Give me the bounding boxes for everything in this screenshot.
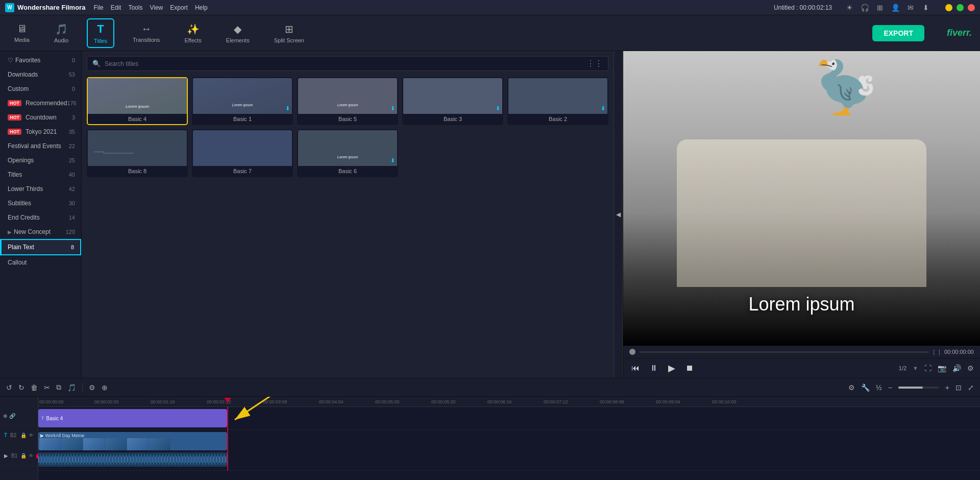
ruler-mark-6: 00:00:05:00 (375, 399, 400, 404)
delete-tool[interactable]: 🗑 (31, 383, 38, 392)
effects-icon: ✨ (187, 23, 200, 35)
menu-export[interactable]: Export (170, 4, 188, 11)
menu-tools[interactable]: Tools (128, 4, 142, 11)
title-thumb-basic1: Lorem ipsum ⬇ (193, 78, 292, 114)
minimize-button[interactable] (945, 4, 952, 11)
play-button[interactable]: ▶ (666, 362, 677, 375)
vid-thumb-5-bg (127, 438, 149, 450)
menu-edit[interactable]: Edit (111, 4, 121, 11)
chain-icon[interactable]: 🔗 (9, 413, 15, 419)
camera-icon[interactable]: 📷 (938, 364, 946, 372)
toolbar-effects[interactable]: ✨ Effects (178, 20, 207, 46)
volume-icon[interactable]: 🔊 (952, 364, 961, 372)
menu-help[interactable]: Help (195, 4, 208, 11)
title-thumb-basic5: Lorem ipsum ⬇ (298, 78, 397, 114)
sidebar-item-new-concept[interactable]: ▶New Concept 120 (0, 225, 81, 239)
sidebar-item-openings[interactable]: Openings 25 (0, 153, 81, 167)
maximize-button[interactable] (957, 4, 964, 11)
toolbar-titles[interactable]: T Titles (87, 18, 114, 48)
tl-settings-icon[interactable]: ⚙ (848, 383, 855, 392)
copy-tool[interactable]: ⧉ (56, 383, 61, 392)
sidebar-item-custom[interactable]: Custom 0 (0, 82, 81, 96)
title-card-basic2[interactable]: ⬇ Basic 2 (507, 77, 608, 125)
sidebar-item-recommended[interactable]: HOTRecommended 176 (0, 96, 81, 110)
video-clip-workout[interactable]: ▶ WorkAll Day Meme (38, 432, 227, 450)
download-icon[interactable]: ⬇ (921, 3, 931, 13)
search-input[interactable] (105, 60, 582, 67)
stop-button[interactable]: ⏹ (683, 363, 696, 374)
export-button[interactable]: EXPORT (872, 25, 924, 41)
title-clip-basic4[interactable]: T Basic 4 (38, 409, 227, 427)
sun-icon[interactable]: ☀ (844, 3, 854, 13)
sidebar-item-subtitles[interactable]: Subtitles 30 (0, 196, 81, 210)
title-card-basic8[interactable]: ——— Basic 8 (87, 129, 188, 177)
sidebar-item-callout[interactable]: Callout (0, 255, 81, 270)
title-card-basic3[interactable]: ⬇ Basic 3 (402, 77, 503, 125)
ratio-dropdown[interactable]: ▼ (913, 365, 918, 371)
zoom-tool[interactable]: ⊕ (102, 383, 108, 392)
cut-tool[interactable]: ✂ (44, 383, 50, 392)
sidebar-item-end-credits[interactable]: End Credits 14 (0, 210, 81, 225)
step-back-button[interactable]: ⏮ (629, 363, 642, 374)
zoom-out-icon[interactable]: − (888, 383, 892, 392)
expand-icon[interactable]: ⤢ (968, 383, 974, 392)
toolbar-transitions[interactable]: ↔ Transitions (127, 20, 166, 46)
frame-back-button[interactable]: ⏸ (648, 363, 660, 374)
redo-tool[interactable]: ↻ (18, 383, 24, 392)
svg-rect-18 (193, 130, 292, 166)
video-track-icon: ▶ (4, 453, 8, 459)
title-card-basic6[interactable]: Lorem ipsum ⬇ Basic 6 (297, 129, 398, 177)
track-b1-eye[interactable]: 👁 (29, 453, 34, 459)
title-card-basic4[interactable]: Lorem ipsum Basic 4 (87, 77, 188, 125)
user-icon[interactable]: 👤 (890, 3, 900, 13)
toolbar: 🖥 Media 🎵 Audio T Titles ↔ Transitions ✨… (0, 15, 980, 51)
toolbar-split-screen[interactable]: ⊞ Split Screen (268, 20, 310, 46)
progress-track[interactable] (640, 351, 929, 353)
audio-tool[interactable]: 🎵 (67, 383, 76, 392)
vid-thumb-6 (149, 438, 170, 450)
toolbar-elements[interactable]: ◆ Elements (220, 20, 256, 46)
preview-video: 🦤 Lorem ipsum (623, 51, 980, 346)
sidebar-item-favorites[interactable]: ♡Favorites 0 (0, 53, 81, 67)
undo-tool[interactable]: ↺ (6, 383, 12, 392)
headset-icon[interactable]: 🎧 (860, 3, 870, 13)
sidebar-item-titles[interactable]: Titles 40 (0, 167, 81, 182)
grid-view-icon[interactable]: ⋮⋮ (586, 59, 603, 68)
track-b2-eye[interactable]: 👁 (29, 433, 34, 438)
zoom-slider[interactable] (898, 387, 939, 389)
vid-thumb-1 (39, 438, 61, 450)
track-b2-lock[interactable]: 🔒 (20, 433, 27, 438)
vid-thumb-6-bg (149, 438, 170, 450)
sidebar-new-concept-count: 120 (66, 229, 75, 235)
close-button[interactable] (968, 4, 975, 11)
tl-magnet-icon[interactable]: 🔧 (861, 383, 870, 392)
track-b1-lock[interactable]: 🔒 (20, 453, 27, 459)
menu-view[interactable]: View (150, 4, 163, 11)
toolbar-audio[interactable]: 🎵 Audio (48, 20, 75, 46)
mail-icon[interactable]: ✉ (905, 3, 916, 13)
split-tool[interactable]: ⚙ (89, 383, 95, 392)
title-card-basic7[interactable]: Basic 7 (192, 129, 293, 177)
fullscreen-icon[interactable]: ⛶ (924, 364, 932, 372)
title-card-label-basic6: Basic 6 (298, 166, 397, 176)
title-card-basic5[interactable]: Lorem ipsum ⬇ Basic 5 (297, 77, 398, 125)
settings-icon[interactable]: ⚙ (967, 364, 974, 372)
sidebar-item-countdown[interactable]: HOTCountdown 3 (0, 110, 81, 125)
zoom-in-icon[interactable]: + (945, 383, 949, 392)
toolbar-media[interactable]: 🖥 Media (8, 20, 36, 46)
sidebar-item-downloads[interactable]: Downloads 53 (0, 67, 81, 82)
tl-ratio-icon[interactable]: ½ (876, 383, 882, 392)
sidebar-item-lower-thirds[interactable]: Lower Thirds 42 (0, 182, 81, 196)
fit-icon[interactable]: ⊡ (955, 383, 962, 392)
sidebar-item-festival[interactable]: Festival and Events 22 (0, 139, 81, 153)
timeline-ruler[interactable]: 00:00:00:00 00:00:00:20 00:00:01:16 00:0… (38, 397, 980, 407)
collapse-panel-button[interactable]: ◀ (614, 51, 623, 378)
snap-icon[interactable]: ⊕ (3, 413, 7, 419)
title-card-basic1[interactable]: Lorem ipsum ⬇ Basic 1 (192, 77, 293, 125)
sidebar-item-plain-text[interactable]: Plain Text 8 (0, 239, 81, 255)
sidebar-item-tokyo[interactable]: HOTTokyo 2021 35 (0, 125, 81, 139)
progress-handle[interactable] (629, 349, 635, 355)
grid-icon[interactable]: ⊞ (875, 3, 885, 13)
search-icon: 🔍 (92, 60, 101, 67)
menu-file[interactable]: File (93, 4, 103, 11)
